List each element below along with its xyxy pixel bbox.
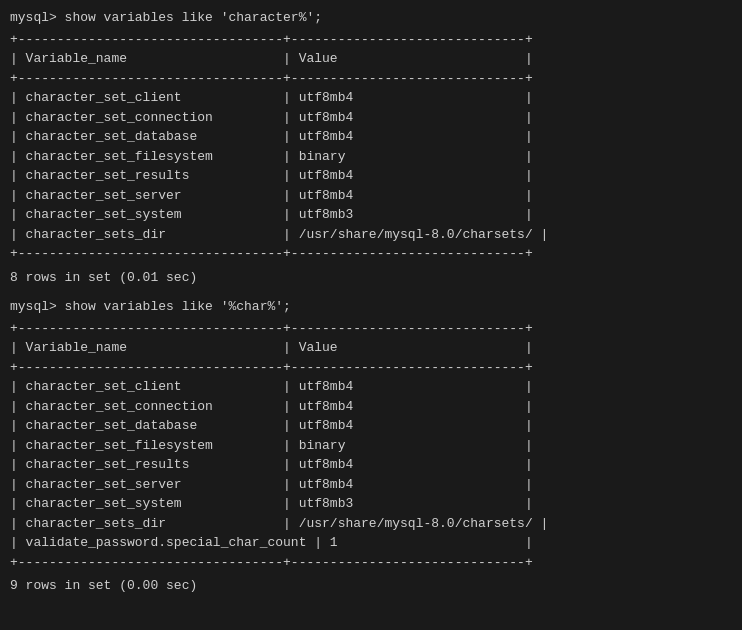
query-section-2: mysql> show variables like '%char%';+---…: [10, 297, 732, 596]
result-count-1: 8 rows in set (0.01 sec): [10, 268, 732, 288]
terminal: mysql> show variables like 'character%';…: [10, 8, 732, 596]
result-count-2: 9 rows in set (0.00 sec): [10, 576, 732, 596]
result-table-2: +----------------------------------+----…: [10, 319, 732, 573]
query-section-1: mysql> show variables like 'character%';…: [10, 8, 732, 287]
prompt-line-1: mysql> show variables like 'character%';: [10, 8, 732, 28]
result-table-1: +----------------------------------+----…: [10, 30, 732, 264]
prompt-line-2: mysql> show variables like '%char%';: [10, 297, 732, 317]
